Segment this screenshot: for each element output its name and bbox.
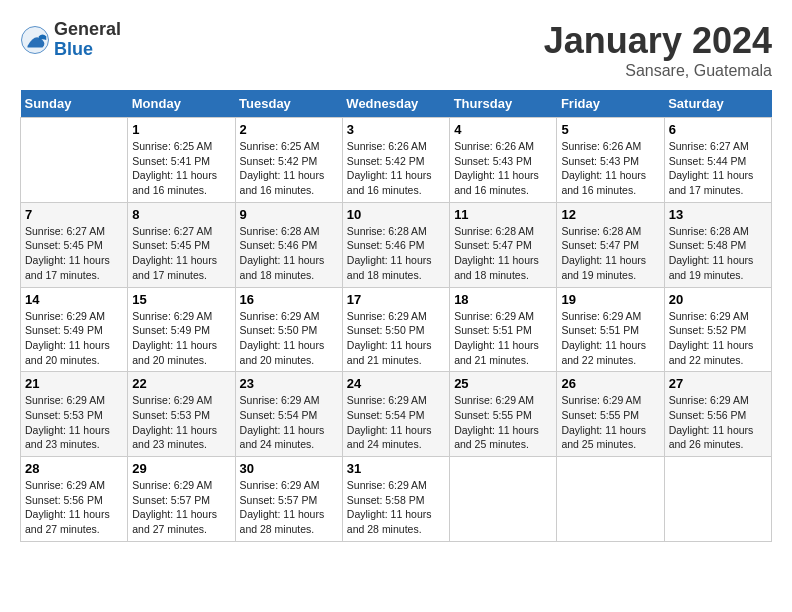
calendar-cell: 4Sunrise: 6:26 AM Sunset: 5:43 PM Daylig… <box>450 118 557 203</box>
calendar-cell: 31Sunrise: 6:29 AM Sunset: 5:58 PM Dayli… <box>342 457 449 542</box>
calendar-cell: 23Sunrise: 6:29 AM Sunset: 5:54 PM Dayli… <box>235 372 342 457</box>
day-header-sunday: Sunday <box>21 90 128 118</box>
calendar-cell: 19Sunrise: 6:29 AM Sunset: 5:51 PM Dayli… <box>557 287 664 372</box>
calendar-week-4: 21Sunrise: 6:29 AM Sunset: 5:53 PM Dayli… <box>21 372 772 457</box>
day-info: Sunrise: 6:26 AM Sunset: 5:42 PM Dayligh… <box>347 139 445 198</box>
logo-text: General Blue <box>54 20 121 60</box>
day-info: Sunrise: 6:29 AM Sunset: 5:49 PM Dayligh… <box>132 309 230 368</box>
calendar-cell: 6Sunrise: 6:27 AM Sunset: 5:44 PM Daylig… <box>664 118 771 203</box>
day-info: Sunrise: 6:29 AM Sunset: 5:54 PM Dayligh… <box>240 393 338 452</box>
day-header-monday: Monday <box>128 90 235 118</box>
calendar-cell: 13Sunrise: 6:28 AM Sunset: 5:48 PM Dayli… <box>664 202 771 287</box>
calendar-cell: 8Sunrise: 6:27 AM Sunset: 5:45 PM Daylig… <box>128 202 235 287</box>
logo-blue: Blue <box>54 40 121 60</box>
page-header: General Blue January 2024 Sansare, Guate… <box>20 20 772 80</box>
day-info: Sunrise: 6:29 AM Sunset: 5:49 PM Dayligh… <box>25 309 123 368</box>
day-number: 23 <box>240 376 338 391</box>
calendar-cell: 27Sunrise: 6:29 AM Sunset: 5:56 PM Dayli… <box>664 372 771 457</box>
calendar-cell: 9Sunrise: 6:28 AM Sunset: 5:46 PM Daylig… <box>235 202 342 287</box>
calendar-week-5: 28Sunrise: 6:29 AM Sunset: 5:56 PM Dayli… <box>21 457 772 542</box>
day-info: Sunrise: 6:25 AM Sunset: 5:42 PM Dayligh… <box>240 139 338 198</box>
day-number: 4 <box>454 122 552 137</box>
day-number: 31 <box>347 461 445 476</box>
calendar-cell: 28Sunrise: 6:29 AM Sunset: 5:56 PM Dayli… <box>21 457 128 542</box>
calendar-cell: 11Sunrise: 6:28 AM Sunset: 5:47 PM Dayli… <box>450 202 557 287</box>
calendar-cell <box>450 457 557 542</box>
calendar-cell: 1Sunrise: 6:25 AM Sunset: 5:41 PM Daylig… <box>128 118 235 203</box>
day-number: 14 <box>25 292 123 307</box>
calendar-cell: 3Sunrise: 6:26 AM Sunset: 5:42 PM Daylig… <box>342 118 449 203</box>
calendar-cell: 25Sunrise: 6:29 AM Sunset: 5:55 PM Dayli… <box>450 372 557 457</box>
calendar-cell <box>557 457 664 542</box>
day-number: 25 <box>454 376 552 391</box>
calendar-week-1: 1Sunrise: 6:25 AM Sunset: 5:41 PM Daylig… <box>21 118 772 203</box>
month-title: January 2024 <box>544 20 772 62</box>
calendar-cell: 18Sunrise: 6:29 AM Sunset: 5:51 PM Dayli… <box>450 287 557 372</box>
day-header-tuesday: Tuesday <box>235 90 342 118</box>
day-number: 12 <box>561 207 659 222</box>
day-number: 13 <box>669 207 767 222</box>
day-number: 16 <box>240 292 338 307</box>
day-info: Sunrise: 6:29 AM Sunset: 5:50 PM Dayligh… <box>240 309 338 368</box>
calendar-cell <box>664 457 771 542</box>
calendar-cell: 22Sunrise: 6:29 AM Sunset: 5:53 PM Dayli… <box>128 372 235 457</box>
day-info: Sunrise: 6:27 AM Sunset: 5:45 PM Dayligh… <box>25 224 123 283</box>
title-block: January 2024 Sansare, Guatemala <box>544 20 772 80</box>
day-number: 20 <box>669 292 767 307</box>
calendar-cell: 17Sunrise: 6:29 AM Sunset: 5:50 PM Dayli… <box>342 287 449 372</box>
calendar-cell: 2Sunrise: 6:25 AM Sunset: 5:42 PM Daylig… <box>235 118 342 203</box>
calendar-cell: 26Sunrise: 6:29 AM Sunset: 5:55 PM Dayli… <box>557 372 664 457</box>
logo-general: General <box>54 20 121 40</box>
day-info: Sunrise: 6:29 AM Sunset: 5:54 PM Dayligh… <box>347 393 445 452</box>
day-number: 3 <box>347 122 445 137</box>
day-number: 30 <box>240 461 338 476</box>
day-info: Sunrise: 6:29 AM Sunset: 5:51 PM Dayligh… <box>561 309 659 368</box>
day-number: 18 <box>454 292 552 307</box>
calendar-header-row: SundayMondayTuesdayWednesdayThursdayFrid… <box>21 90 772 118</box>
day-info: Sunrise: 6:29 AM Sunset: 5:55 PM Dayligh… <box>561 393 659 452</box>
day-number: 15 <box>132 292 230 307</box>
day-info: Sunrise: 6:29 AM Sunset: 5:57 PM Dayligh… <box>132 478 230 537</box>
day-info: Sunrise: 6:28 AM Sunset: 5:46 PM Dayligh… <box>240 224 338 283</box>
calendar-cell: 21Sunrise: 6:29 AM Sunset: 5:53 PM Dayli… <box>21 372 128 457</box>
calendar-cell: 24Sunrise: 6:29 AM Sunset: 5:54 PM Dayli… <box>342 372 449 457</box>
day-info: Sunrise: 6:29 AM Sunset: 5:53 PM Dayligh… <box>25 393 123 452</box>
day-info: Sunrise: 6:27 AM Sunset: 5:44 PM Dayligh… <box>669 139 767 198</box>
day-header-friday: Friday <box>557 90 664 118</box>
calendar-cell: 12Sunrise: 6:28 AM Sunset: 5:47 PM Dayli… <box>557 202 664 287</box>
day-info: Sunrise: 6:29 AM Sunset: 5:55 PM Dayligh… <box>454 393 552 452</box>
day-info: Sunrise: 6:29 AM Sunset: 5:52 PM Dayligh… <box>669 309 767 368</box>
calendar-cell: 20Sunrise: 6:29 AM Sunset: 5:52 PM Dayli… <box>664 287 771 372</box>
day-header-saturday: Saturday <box>664 90 771 118</box>
day-info: Sunrise: 6:28 AM Sunset: 5:47 PM Dayligh… <box>561 224 659 283</box>
day-info: Sunrise: 6:29 AM Sunset: 5:50 PM Dayligh… <box>347 309 445 368</box>
day-info: Sunrise: 6:29 AM Sunset: 5:58 PM Dayligh… <box>347 478 445 537</box>
day-info: Sunrise: 6:29 AM Sunset: 5:57 PM Dayligh… <box>240 478 338 537</box>
day-number: 29 <box>132 461 230 476</box>
calendar-cell: 16Sunrise: 6:29 AM Sunset: 5:50 PM Dayli… <box>235 287 342 372</box>
calendar-week-3: 14Sunrise: 6:29 AM Sunset: 5:49 PM Dayli… <box>21 287 772 372</box>
location: Sansare, Guatemala <box>544 62 772 80</box>
day-number: 1 <box>132 122 230 137</box>
day-number: 11 <box>454 207 552 222</box>
day-info: Sunrise: 6:29 AM Sunset: 5:51 PM Dayligh… <box>454 309 552 368</box>
calendar-table: SundayMondayTuesdayWednesdayThursdayFrid… <box>20 90 772 542</box>
calendar-cell: 14Sunrise: 6:29 AM Sunset: 5:49 PM Dayli… <box>21 287 128 372</box>
day-number: 2 <box>240 122 338 137</box>
day-info: Sunrise: 6:29 AM Sunset: 5:53 PM Dayligh… <box>132 393 230 452</box>
day-info: Sunrise: 6:26 AM Sunset: 5:43 PM Dayligh… <box>561 139 659 198</box>
day-info: Sunrise: 6:26 AM Sunset: 5:43 PM Dayligh… <box>454 139 552 198</box>
day-number: 6 <box>669 122 767 137</box>
day-number: 24 <box>347 376 445 391</box>
calendar-cell: 30Sunrise: 6:29 AM Sunset: 5:57 PM Dayli… <box>235 457 342 542</box>
day-info: Sunrise: 6:28 AM Sunset: 5:47 PM Dayligh… <box>454 224 552 283</box>
calendar-cell: 15Sunrise: 6:29 AM Sunset: 5:49 PM Dayli… <box>128 287 235 372</box>
day-number: 26 <box>561 376 659 391</box>
calendar-cell: 29Sunrise: 6:29 AM Sunset: 5:57 PM Dayli… <box>128 457 235 542</box>
day-info: Sunrise: 6:27 AM Sunset: 5:45 PM Dayligh… <box>132 224 230 283</box>
day-header-thursday: Thursday <box>450 90 557 118</box>
day-number: 9 <box>240 207 338 222</box>
calendar-cell: 7Sunrise: 6:27 AM Sunset: 5:45 PM Daylig… <box>21 202 128 287</box>
day-number: 17 <box>347 292 445 307</box>
calendar-cell: 5Sunrise: 6:26 AM Sunset: 5:43 PM Daylig… <box>557 118 664 203</box>
